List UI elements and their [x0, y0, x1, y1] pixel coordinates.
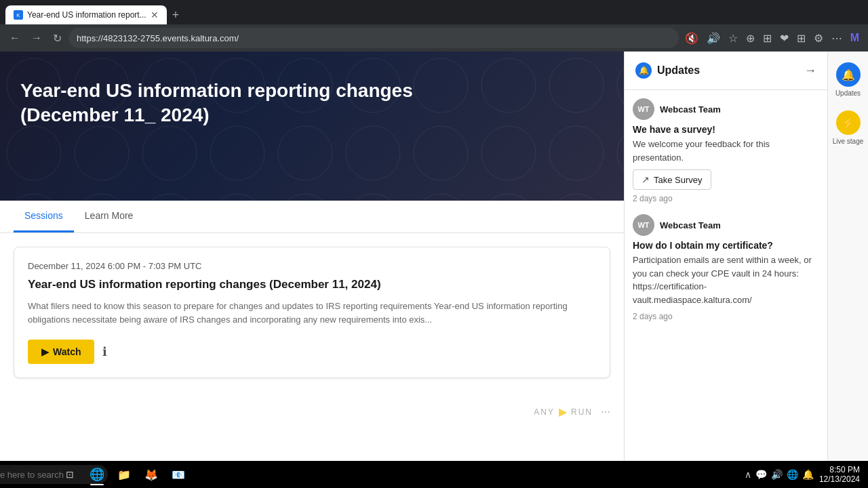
updates-sidebar: 🔔 Updates → WT Webcast Team We have a su… — [624, 52, 827, 488]
sidebar-messages: WT Webcast Team We have a survey! We wel… — [625, 90, 827, 488]
add-browser-icon[interactable]: ⊕ — [743, 29, 758, 47]
tab-title: Year-end US information report... — [27, 10, 146, 20]
hero-banner: Year-end US information reporting change… — [0, 52, 624, 201]
sender-name-1: Webcast Team — [660, 104, 721, 115]
tab-sessions[interactable]: Sessions — [14, 201, 74, 232]
expand-sidebar-button[interactable]: → — [804, 64, 816, 78]
taskbar-search — [31, 462, 55, 487]
taskbar-clock[interactable]: 8:50 PM 12/13/2024 — [819, 465, 860, 484]
taskbar-time-display: 8:50 PM — [819, 465, 860, 474]
anyrun-play: ▶ — [559, 405, 567, 418]
livestage-icon-label: Live stage — [833, 138, 864, 145]
session-description: What filers need to know this season to … — [28, 300, 596, 326]
new-tab-button[interactable]: + — [167, 8, 185, 22]
browser-tab-active[interactable]: K Year-end US information report... ✕ — [5, 5, 167, 24]
message-header-1: WT Webcast Team — [633, 98, 819, 120]
forward-button[interactable]: → — [27, 29, 46, 47]
message-body-1: We welcome your feedback for this presen… — [633, 138, 819, 164]
footer-area: ANY ▶ RUN ⋯ — [0, 392, 624, 432]
refresh-button[interactable]: ↻ — [49, 29, 66, 47]
split-icon[interactable]: ⊞ — [760, 29, 775, 47]
watch-label: Watch — [53, 346, 81, 357]
system-tray-expand[interactable]: ∧ — [745, 469, 751, 480]
anyrun-logo: ANY ▶ RUN ⋯ — [534, 405, 610, 418]
updates-bell-icon: 🔔 — [842, 68, 855, 81]
tab-close-button[interactable]: ✕ — [151, 9, 159, 20]
sidebar-icon-livestage[interactable]: ⚡ Live stage — [833, 110, 864, 145]
message-time-1: 2 days ago — [633, 194, 819, 203]
tab-favicon: K — [14, 10, 23, 20]
tab-learn-more[interactable]: Learn More — [74, 201, 144, 232]
take-survey-label: Take Survey — [654, 175, 703, 185]
taskbar-task-view[interactable]: ⊡ — [58, 462, 82, 487]
windows-taskbar: ⊞ ⊡ 🌐 📁 🦊 📧 ∧ 💬 🔊 🌐 🔔 8:50 PM — [0, 461, 868, 488]
session-card: December 11, 2024 6:00 PM - 7:03 PM UTC … — [14, 247, 610, 378]
sidebar-header: 🔔 Updates → — [625, 52, 827, 90]
message-item-survey: WT Webcast Team We have a survey! We wel… — [633, 98, 819, 203]
notification-icon: 🔔 — [635, 62, 652, 79]
hero-title: Year-end US information reporting change… — [20, 79, 495, 128]
message-body-2: Participation emails are sent within a w… — [633, 253, 819, 306]
sender-name-2: Webcast Team — [660, 220, 721, 230]
take-survey-button[interactable]: ↗ Take Survey — [633, 169, 711, 190]
external-link-icon: ↗ — [642, 174, 650, 185]
browser-tab-bar: K Year-end US information report... ✕ + — [0, 0, 868, 24]
sidebar-icon-updates[interactable]: 🔔 Updates — [835, 62, 861, 97]
livestage-bolt-icon: ⚡ — [842, 117, 855, 129]
tabs-list: Sessions Learn More — [14, 201, 610, 232]
info-button[interactable]: ℹ — [102, 344, 107, 359]
main-area: Year-end US information reporting change… — [0, 52, 868, 488]
settings-icon[interactable]: ⋯ — [828, 29, 846, 47]
session-date: December 11, 2024 6:00 PM - 7:03 PM UTC — [28, 261, 596, 271]
copilot-icon[interactable]: M — [847, 29, 863, 47]
taskbar-system-icons: ∧ 💬 🔊 🌐 🔔 — [745, 469, 814, 480]
avatar-1: WT — [633, 98, 654, 120]
tabs-area: Sessions Learn More — [0, 201, 624, 233]
message-title-2: How do I obtain my certificate? — [633, 240, 819, 251]
taskbar-outlook[interactable]: 📧 — [166, 462, 191, 487]
message-item-certificate: WT Webcast Team How do I obtain my certi… — [633, 214, 819, 321]
taskbar-firefox[interactable]: 🦊 — [139, 462, 163, 487]
taskbar-date-display: 12/13/2024 — [819, 474, 860, 484]
taskbar-explorer[interactable]: 📁 — [112, 462, 136, 487]
notification-center-icon[interactable]: 🔔 — [802, 469, 814, 480]
back-button[interactable]: ← — [5, 29, 24, 47]
favorites-icon[interactable]: ☆ — [725, 29, 741, 47]
anyrun-run: RUN — [571, 407, 593, 417]
firefox-icon: 🦊 — [144, 468, 158, 481]
outlook-icon: 📧 — [172, 468, 185, 481]
extensions-icon[interactable]: ⚙ — [810, 29, 827, 47]
content-area: Year-end US information reporting change… — [0, 52, 624, 488]
livestage-icon-circle: ⚡ — [836, 110, 861, 135]
sidebar-title-container: 🔔 Updates — [635, 62, 700, 79]
favorites-bar-icon[interactable]: ❤ — [776, 29, 792, 47]
taskbar-apps: ⊡ 🌐 📁 🦊 📧 — [25, 462, 736, 487]
session-actions: ▶ Watch ℹ — [28, 340, 596, 364]
message-time-2: 2 days ago — [633, 312, 819, 321]
right-panel: 🔔 Updates → WT Webcast Team We have a su… — [624, 52, 868, 488]
taskbar-right: ∧ 💬 🔊 🌐 🔔 8:50 PM 12/13/2024 — [736, 465, 868, 484]
task-view-icon: ⊡ — [66, 469, 74, 480]
message-title-1: We have a survey! — [633, 124, 819, 135]
browser-toolbar: ← → ↻ 🔇 🔊 ☆ ⊕ ⊞ ❤ ⊞ ⚙ ⋯ M — [0, 24, 868, 52]
chat-icon[interactable]: 💬 — [755, 469, 767, 480]
edge-icon: 🌐 — [90, 467, 104, 482]
address-bar[interactable] — [68, 28, 679, 48]
sidebar-icons-panel: 🔔 Updates ⚡ Live stage — [827, 52, 868, 488]
session-title: Year-end US information reporting change… — [28, 278, 596, 291]
anyrun-menu[interactable]: ⋯ — [601, 407, 610, 418]
volume-icon[interactable]: 🔊 — [771, 469, 783, 480]
updates-icon-circle: 🔔 — [836, 62, 861, 87]
watch-button[interactable]: ▶ Watch — [28, 340, 94, 364]
toolbar-icons: 🔇 🔊 ☆ ⊕ ⊞ ❤ ⊞ ⚙ ⋯ M — [682, 29, 863, 47]
read-aloud-icon[interactable]: 🔊 — [703, 29, 724, 47]
anyrun-text: ANY — [534, 407, 555, 417]
browser-chrome: K Year-end US information report... ✕ + … — [0, 0, 868, 52]
message-header-2: WT Webcast Team — [633, 214, 819, 236]
sessions-area: December 11, 2024 6:00 PM - 7:03 PM UTC … — [0, 233, 624, 392]
avatar-2: WT — [633, 214, 654, 236]
taskbar-edge[interactable]: 🌐 — [85, 462, 109, 487]
collections-icon[interactable]: ⊞ — [793, 29, 809, 47]
mute-icon[interactable]: 🔇 — [682, 29, 702, 47]
network-icon[interactable]: 🌐 — [787, 469, 798, 480]
